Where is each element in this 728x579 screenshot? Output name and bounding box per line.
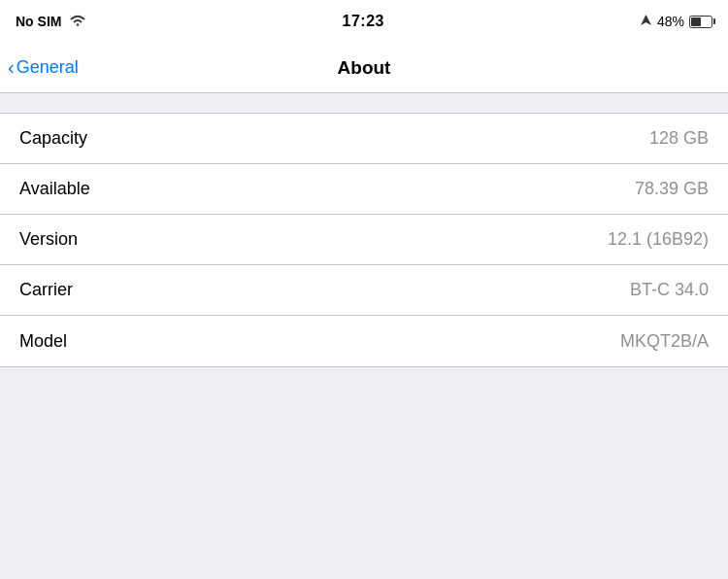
settings-section: Capacity 128 GB Available 78.39 GB Versi… (0, 113, 728, 367)
model-value: MKQT2B/A (620, 331, 709, 352)
carrier-row-label: Carrier (19, 280, 73, 300)
available-value: 78.39 GB (635, 179, 709, 199)
table-row: Version 12.1 (16B92) (0, 215, 728, 265)
page-title: About (338, 57, 391, 79)
battery-box (689, 16, 712, 28)
battery-indicator (689, 16, 712, 28)
battery-percent-label: 48% (657, 14, 684, 29)
available-label: Available (19, 179, 90, 199)
navigation-bar: ‹ General About (0, 43, 728, 93)
table-row: Model MKQT2B/A (0, 316, 728, 366)
status-time: 17:23 (343, 13, 384, 30)
status-right: 48% (640, 14, 712, 29)
settings-group: Capacity 128 GB Available 78.39 GB Versi… (0, 113, 728, 367)
table-row: Available 78.39 GB (0, 164, 728, 215)
capacity-label: Capacity (19, 128, 87, 149)
version-label: Version (19, 229, 78, 250)
status-bar: No SIM 17:23 48% (0, 0, 728, 43)
location-icon (640, 14, 652, 29)
carrier-row-value: BT-C 34.0 (630, 280, 709, 300)
table-row: Carrier BT-C 34.0 (0, 265, 728, 316)
capacity-value: 128 GB (649, 128, 709, 149)
status-left: No SIM (16, 14, 86, 30)
back-label: General (17, 57, 79, 78)
back-button[interactable]: ‹ General (8, 57, 79, 78)
back-chevron-icon: ‹ (8, 57, 15, 77)
table-row: Capacity 128 GB (0, 114, 728, 164)
carrier-label: No SIM (16, 14, 61, 29)
wifi-icon (69, 14, 86, 30)
model-label: Model (19, 331, 67, 352)
battery-fill (691, 17, 701, 26)
version-value: 12.1 (16B92) (608, 229, 709, 250)
